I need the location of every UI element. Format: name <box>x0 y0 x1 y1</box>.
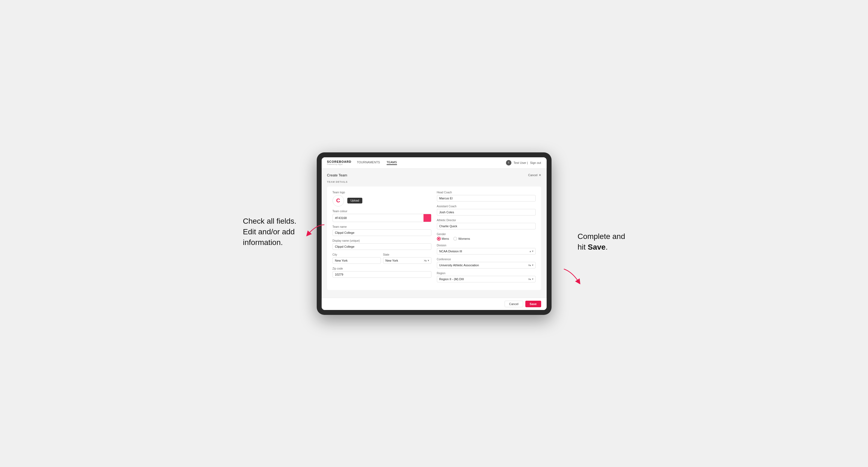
team-name-group: Team name <box>333 225 431 236</box>
state-clear-icon[interactable]: ✕ <box>424 259 426 262</box>
region-select[interactable]: Region II - (M) DIII <box>437 276 536 282</box>
assistant-coach-group: Assistant Coach <box>437 205 536 216</box>
gender-mens-radio[interactable] <box>437 237 441 241</box>
app-logo-sub: Powered by clippd <box>327 163 351 165</box>
display-name-input[interactable] <box>333 243 431 250</box>
navbar: SCOREBOARD Powered by clippd TOURNAMENTS… <box>322 157 547 169</box>
state-label: State <box>383 253 431 256</box>
color-swatch <box>424 214 431 222</box>
logo-circle: C <box>333 195 344 207</box>
cancel-x-icon: ✕ <box>539 174 541 177</box>
conference-select[interactable]: University Athletic Association <box>437 262 536 269</box>
city-state-group: City State New York <box>333 253 431 264</box>
tablet-screen: SCOREBOARD Powered by clippd TOURNAMENTS… <box>322 157 547 310</box>
assistant-coach-label: Assistant Coach <box>437 205 536 208</box>
gender-radio-group: Mens Womens <box>437 237 536 241</box>
state-dropdown-wrapper: New York ✕ ▲▼ <box>383 257 431 264</box>
zip-group: Zip code <box>333 267 431 278</box>
team-name-label: Team name <box>333 225 431 228</box>
color-input-row <box>333 214 431 222</box>
gender-label: Gender <box>437 233 536 236</box>
arrow-right-icon <box>561 266 583 285</box>
navbar-right: T Test User | Sign out <box>506 160 541 165</box>
division-dropdown-wrapper: NCAA Division III ▲▼ <box>437 248 536 254</box>
tablet-frame: SCOREBOARD Powered by clippd TOURNAMENTS… <box>317 152 552 315</box>
annotation-left-line2: Edit and/or add <box>243 228 295 236</box>
athletic-director-input[interactable] <box>437 223 536 229</box>
nav-tournaments[interactable]: TOURNAMENTS <box>357 161 380 165</box>
annotation-right-end: . <box>606 243 608 251</box>
upload-button[interactable]: Upload <box>347 198 363 204</box>
region-group: Region Region II - (M) DIII ✕ ▲▼ <box>437 272 536 282</box>
gender-mens-item[interactable]: Mens <box>437 237 449 241</box>
annotation-left-line1: Check all fields. <box>243 217 297 225</box>
team-logo-label: Team logo <box>333 191 431 194</box>
gender-womens-label: Womens <box>458 237 470 240</box>
nav-teams[interactable]: TEAMS <box>386 161 397 165</box>
display-name-group: Display name (unique) <box>333 239 431 250</box>
division-label: Division <box>437 244 536 247</box>
team-logo-group: Team logo C Upload <box>333 191 431 207</box>
annotation-right-bold: Save <box>588 243 606 251</box>
form-right: Head Coach Assistant Coach Athletic Dire… <box>437 191 536 286</box>
head-coach-input[interactable] <box>437 195 536 201</box>
app-logo: SCOREBOARD <box>327 160 351 163</box>
division-group: Division NCAA Division III ▲▼ <box>437 244 536 254</box>
city-state-row: City State New York <box>333 253 431 264</box>
user-avatar: T <box>506 160 512 165</box>
team-colour-group: Team colour <box>333 210 431 222</box>
cancel-top[interactable]: Cancel ✕ <box>528 174 541 177</box>
conference-clear-icon[interactable]: ✕ <box>528 263 530 267</box>
team-colour-label: Team colour <box>333 210 431 213</box>
city-group: City <box>333 253 381 264</box>
city-input[interactable] <box>333 257 381 264</box>
state-group: State New York ✕ ▲▼ <box>383 253 431 264</box>
region-clear-icon[interactable]: ✕ <box>528 277 530 281</box>
gender-group: Gender Mens Womens <box>437 233 536 241</box>
logo-letter: C <box>336 197 340 204</box>
main-content: Create Team Cancel ✕ TEAM DETAILS Team l… <box>322 169 547 298</box>
annotation-left-line3: information. <box>243 239 283 247</box>
form-grid: Team logo C Upload Team colo <box>333 191 536 286</box>
annotation-right-line1: Complete and <box>578 232 625 241</box>
color-input[interactable] <box>333 215 424 221</box>
region-label: Region <box>437 272 536 275</box>
page-header: Create Team Cancel ✕ <box>327 173 541 177</box>
zip-input[interactable] <box>333 271 431 278</box>
user-label: Test User | <box>514 161 528 164</box>
gender-mens-label: Mens <box>442 237 449 240</box>
cancel-button[interactable]: Cancel <box>504 301 523 307</box>
gender-womens-radio[interactable] <box>453 237 457 241</box>
head-coach-label: Head Coach <box>437 191 536 194</box>
section-label: TEAM DETAILS <box>327 181 541 183</box>
zip-label: Zip code <box>333 267 431 270</box>
form-left: Team logo C Upload Team colo <box>333 191 431 286</box>
annotation-right-line2: hit <box>578 243 588 251</box>
arrow-left-icon <box>303 222 330 239</box>
save-button[interactable]: Save <box>525 301 541 307</box>
conference-label: Conference <box>437 258 536 261</box>
team-name-input[interactable] <box>333 229 431 236</box>
assistant-coach-input[interactable] <box>437 209 536 216</box>
cancel-top-label: Cancel <box>528 174 537 177</box>
display-name-label: Display name (unique) <box>333 239 431 242</box>
footer-bar: Cancel Save <box>322 298 547 310</box>
city-label: City <box>333 253 381 256</box>
division-select[interactable]: NCAA Division III <box>437 248 536 254</box>
conference-dropdown-wrapper: University Athletic Association ✕ ▲▼ <box>437 262 536 269</box>
head-coach-group: Head Coach <box>437 191 536 201</box>
sign-out-link[interactable]: Sign out <box>530 161 541 164</box>
page-title: Create Team <box>327 173 347 177</box>
athletic-director-label: Athletic Director <box>437 219 536 222</box>
main-nav: TOURNAMENTS TEAMS <box>357 161 397 165</box>
form-card: Team logo C Upload Team colo <box>327 187 541 290</box>
athletic-director-group: Athletic Director <box>437 219 536 229</box>
logo-section: C Upload <box>333 195 431 207</box>
gender-womens-item[interactable]: Womens <box>453 237 470 241</box>
conference-group: Conference University Athletic Associati… <box>437 258 536 269</box>
region-dropdown-wrapper: Region II - (M) DIII ✕ ▲▼ <box>437 276 536 282</box>
